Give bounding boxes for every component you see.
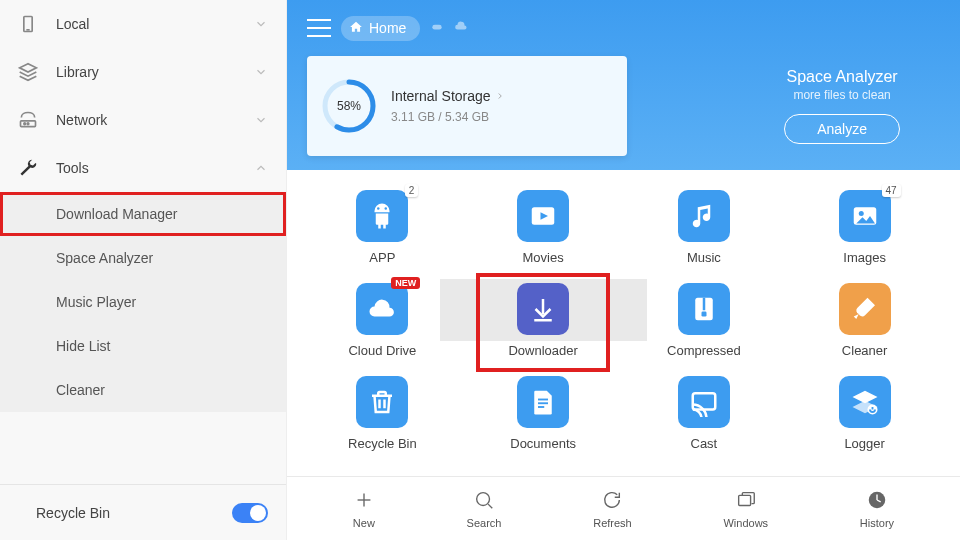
- tile-label: Music: [687, 250, 721, 265]
- tile-label: Downloader: [508, 343, 577, 358]
- svg-point-4: [24, 123, 26, 125]
- tile-app[interactable]: 2APP: [307, 190, 458, 265]
- windows-icon: [735, 489, 757, 513]
- sidebar-sub-label: Hide List: [56, 338, 110, 354]
- tile-label: Cast: [691, 436, 718, 451]
- bottom-refresh-button[interactable]: Refresh: [593, 489, 632, 529]
- tile-label: Documents: [510, 436, 576, 451]
- trash-icon: [356, 376, 408, 428]
- tile-documents[interactable]: Documents: [468, 376, 619, 451]
- search-icon: [473, 489, 495, 513]
- cloud-icon: [454, 19, 468, 37]
- bottom-windows-button[interactable]: Windows: [723, 489, 768, 529]
- recycle-bin-label: Recycle Bin: [36, 505, 232, 521]
- zip-icon: [678, 283, 730, 335]
- space-analyzer-panel: Space Analyzer more files to clean Analy…: [784, 56, 900, 156]
- cast-icon: [678, 376, 730, 428]
- sidebar-sub-download-manager[interactable]: Download Manager: [0, 192, 286, 236]
- tile-label: Compressed: [667, 343, 741, 358]
- router-icon: [18, 110, 38, 130]
- svg-point-12: [385, 207, 388, 210]
- sidebar: Local Library Network: [0, 0, 287, 540]
- storage-title: Internal Storage: [391, 88, 491, 104]
- svg-point-5: [27, 123, 29, 125]
- sidebar-item-library[interactable]: Library: [0, 48, 286, 96]
- sidebar-item-tools[interactable]: Tools: [0, 144, 286, 192]
- sidebar-sub-label: Music Player: [56, 294, 136, 310]
- chevron-down-icon: [254, 113, 268, 127]
- sidebar-sub-label: Cleaner: [56, 382, 105, 398]
- weather-icon: [430, 19, 444, 37]
- svg-rect-20: [703, 298, 706, 311]
- tile-compressed[interactable]: Compressed: [629, 283, 780, 358]
- download-icon: [517, 283, 569, 335]
- sidebar-sub-hide-list[interactable]: Hide List: [0, 324, 286, 368]
- tile-recycle-bin[interactable]: Recycle Bin: [307, 376, 458, 451]
- svg-rect-27: [693, 393, 716, 409]
- note-icon: [678, 190, 730, 242]
- phone-icon: [18, 14, 38, 34]
- tile-downloader[interactable]: Downloader: [468, 283, 619, 358]
- storage-card[interactable]: 58% Internal Storage 3.11 GB / 5.34 GB: [307, 56, 627, 156]
- sidebar-item-label: Network: [56, 112, 254, 128]
- chevron-down-icon: [254, 65, 268, 79]
- svg-point-34: [477, 492, 490, 505]
- svg-line-35: [488, 504, 492, 508]
- recycle-bin-toggle[interactable]: [232, 503, 268, 523]
- tile-label: Cloud Drive: [348, 343, 416, 358]
- sidebar-sub-music-player[interactable]: Music Player: [0, 280, 286, 324]
- sidebar-item-label: Tools: [56, 160, 254, 176]
- bottom-label: Windows: [723, 517, 768, 529]
- tile-cast[interactable]: Cast: [629, 376, 780, 451]
- sidebar-sub-cleaner[interactable]: Cleaner: [0, 368, 286, 412]
- chevron-up-icon: [254, 161, 268, 175]
- image-icon: 47: [839, 190, 891, 242]
- svg-marker-2: [20, 64, 37, 72]
- sidebar-item-label: Library: [56, 64, 254, 80]
- tile-label: APP: [369, 250, 395, 265]
- play-icon: [517, 190, 569, 242]
- svg-rect-36: [738, 495, 750, 505]
- tile-images[interactable]: 47Images: [789, 190, 940, 265]
- wrench-icon: [18, 158, 38, 178]
- tile-movies[interactable]: Movies: [468, 190, 619, 265]
- tile-label: Images: [843, 250, 886, 265]
- bottom-history-button[interactable]: History: [860, 489, 894, 529]
- sidebar-recycle-bin[interactable]: Recycle Bin: [0, 484, 286, 540]
- tile-label: Cleaner: [842, 343, 888, 358]
- menu-button[interactable]: [307, 19, 331, 37]
- sidebar-sub-label: Download Manager: [56, 206, 177, 222]
- tile-music[interactable]: Music: [629, 190, 780, 265]
- bottom-label: Refresh: [593, 517, 632, 529]
- analyzer-title: Space Analyzer: [787, 68, 898, 86]
- analyzer-subtitle: more files to clean: [793, 88, 890, 102]
- bottom-bar: NewSearchRefreshWindowsHistory: [287, 476, 960, 540]
- home-icon: [349, 20, 363, 37]
- main-area: Home 58%: [287, 0, 960, 540]
- tile-logger[interactable]: Logger: [789, 376, 940, 451]
- analyze-button[interactable]: Analyze: [784, 114, 900, 144]
- chevron-down-icon: [254, 17, 268, 31]
- bottom-new-button[interactable]: New: [353, 489, 375, 529]
- tile-label: Movies: [523, 250, 564, 265]
- svg-point-11: [377, 207, 380, 210]
- sidebar-sub-tools: Download Manager Space Analyzer Music Pl…: [0, 192, 286, 412]
- sidebar-item-network[interactable]: Network: [0, 96, 286, 144]
- count-badge: 2: [405, 184, 419, 197]
- cloud-icon: NEW: [356, 283, 408, 335]
- sidebar-item-label: Local: [56, 16, 254, 32]
- svg-rect-21: [701, 312, 706, 317]
- breadcrumb-home[interactable]: Home: [341, 16, 420, 41]
- chevron-right-icon: [495, 88, 505, 104]
- sidebar-item-local[interactable]: Local: [0, 0, 286, 48]
- tile-cloud-drive[interactable]: NEWCloud Drive: [307, 283, 458, 358]
- storage-percent: 58%: [321, 78, 377, 134]
- sidebar-sub-space-analyzer[interactable]: Space Analyzer: [0, 236, 286, 280]
- tile-cleaner[interactable]: Cleaner: [789, 283, 940, 358]
- tile-label: Recycle Bin: [348, 436, 417, 451]
- storage-ring: 58%: [321, 78, 377, 134]
- bottom-label: Search: [467, 517, 502, 529]
- svg-point-16: [858, 211, 863, 216]
- bottom-search-button[interactable]: Search: [467, 489, 502, 529]
- breadcrumb-label: Home: [369, 20, 406, 36]
